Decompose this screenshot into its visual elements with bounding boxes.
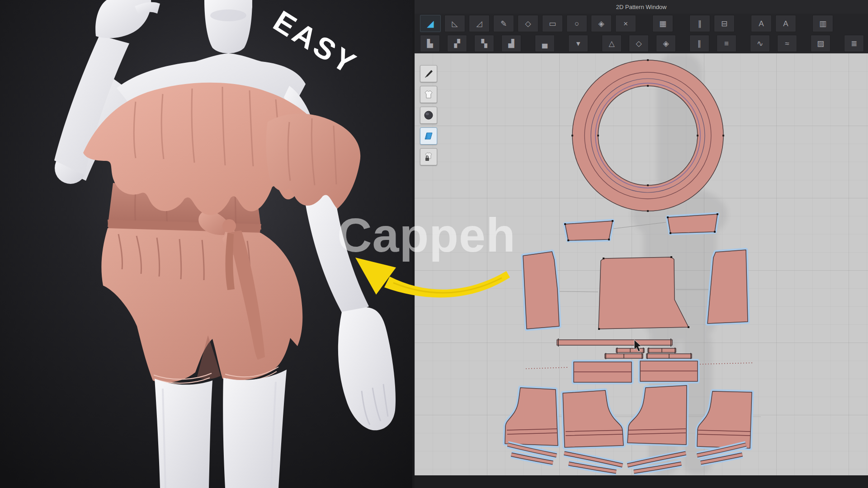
show-fabric-tool[interactable] [420, 127, 437, 145]
piece-neck-ruffle-ring[interactable] [571, 59, 724, 212]
segment-sewing-tool-icon: ▞ [454, 40, 460, 47]
pen-tool[interactable] [420, 65, 437, 82]
create-polygon-tool[interactable]: ◇ [518, 15, 538, 32]
clone-pattern-tool[interactable]: ▦ [652, 15, 673, 32]
edit-text-tool-icon: A [759, 20, 764, 28]
edit-sewing-tool-icon: ▙ [427, 40, 433, 47]
unfold-tool-icon: ∥ [698, 20, 702, 28]
dart-tool[interactable]: ◈ [591, 15, 612, 32]
text-tool[interactable]: A [775, 15, 796, 32]
create-polygon-tool-icon: ◇ [525, 20, 531, 28]
free-sewing-tool-icon: ▚ [481, 40, 487, 47]
grading-tool-icon: ▥ [819, 20, 826, 28]
piece-shorts-panel-1[interactable] [505, 388, 558, 446]
steam-iron-tool-icon: ▄ [542, 40, 547, 47]
create-circle-tool-icon: ○ [575, 20, 579, 28]
unfold-tool[interactable]: ∥ [689, 15, 710, 32]
side-toolbar [420, 65, 437, 169]
toolbar-row-1: ◢◺◿✎◇▭○◈×▦∥⊟AA▥ [415, 14, 868, 33]
pattern-canvas[interactable]: .glow{fill:none;stroke:#a7c8e9;stroke-wi… [415, 53, 868, 475]
attach-detach-tool-icon: ◈ [663, 40, 669, 47]
base-line-tool[interactable]: ≡ [717, 35, 736, 52]
show-mesh-tool[interactable] [420, 107, 437, 124]
fold-arrangement-tool-icon: ◇ [636, 40, 642, 47]
piece-waist-tie-belt[interactable] [557, 338, 672, 347]
m-n-sewing-tool-icon: ▟ [508, 40, 514, 47]
thumbnail-stage: EASY Cappeh 2D Pattern Window ◢◺◿✎◇▭○◈×▦… [0, 0, 868, 488]
fabric-texture-tool-icon: ▨ [817, 40, 824, 47]
fabric-texture-tool[interactable]: ▨ [811, 35, 830, 52]
pattern-pieces-layer: .glow{fill:none;stroke:#a7c8e9;stroke-wi… [415, 53, 868, 475]
seam-measure-tool-icon: ⊟ [721, 20, 727, 28]
tack-tool[interactable]: △ [602, 35, 622, 52]
edit-pattern-tool[interactable]: ◺ [444, 15, 465, 32]
watermark-text: Cappeh [337, 208, 516, 263]
segment-sewing-tool[interactable]: ▞ [447, 35, 467, 52]
edit-curvature-tool-icon: ◿ [476, 20, 482, 28]
pin-tool-icon: ▾ [576, 40, 580, 47]
window-titlebar[interactable]: 2D Pattern Window [415, 0, 868, 14]
internal-line-tool-icon: ∥ [698, 40, 702, 47]
tack-tool-icon: △ [609, 40, 614, 47]
piece-sleeve-cuff-left[interactable] [574, 362, 632, 382]
pen-icon [423, 68, 434, 79]
piece-bodice-side-left[interactable] [523, 252, 559, 329]
piece-shorts-panel-3[interactable] [627, 385, 687, 445]
lock-shirt-icon [423, 151, 434, 162]
steam-iron-tool[interactable]: ▄ [535, 35, 555, 52]
base-line-tool-icon: ≡ [724, 40, 729, 47]
attach-detach-tool[interactable]: ◈ [656, 35, 676, 52]
shirring-tool[interactable]: ≈ [777, 35, 797, 52]
grading-tool[interactable]: ▥ [812, 15, 833, 32]
piece-shorts-panel-2[interactable] [563, 390, 623, 447]
trace-tool[interactable]: × [615, 15, 636, 32]
elastic-tool-icon: ∿ [757, 40, 763, 47]
layer-clone-tool-icon: ≣ [851, 40, 857, 47]
lock-pattern-tool[interactable] [420, 148, 437, 165]
sphere-icon [423, 110, 434, 121]
elastic-tool[interactable]: ∿ [750, 35, 770, 52]
text-tool-icon: A [783, 20, 788, 28]
add-point-tool[interactable]: ✎ [493, 15, 514, 32]
piece-sleeve-cuff-right[interactable] [640, 361, 698, 381]
toolbar-row-2: ▙▞▚▟▄▾△◇◈∥≡∿≈▨≣ [415, 33, 868, 54]
window-title: 2D Pattern Window [616, 4, 667, 10]
piece-tie-strips[interactable] [605, 347, 692, 359]
edit-curvature-tool[interactable]: ◿ [469, 15, 490, 32]
dart-tool-icon: ◈ [598, 20, 604, 28]
fabric-icon [423, 131, 434, 141]
m-n-sewing-tool[interactable]: ▟ [501, 35, 521, 52]
shirt-icon [423, 89, 434, 100]
show-garment-tool[interactable] [420, 86, 437, 103]
edit-pattern-tool-icon: ◺ [452, 20, 458, 28]
piece-sleeve-band-right[interactable] [667, 213, 718, 234]
free-sewing-tool[interactable]: ▚ [474, 35, 494, 52]
add-point-tool-icon: ✎ [500, 20, 507, 28]
piece-sleeve-band-left[interactable] [564, 220, 613, 241]
clone-pattern-tool-icon: ▦ [659, 20, 666, 28]
transform-pattern-tool-icon: ◢ [427, 19, 434, 28]
create-circle-tool[interactable]: ○ [566, 15, 587, 32]
shirring-tool-icon: ≈ [785, 40, 789, 47]
fold-arrangement-tool[interactable]: ◇ [629, 35, 649, 52]
trace-tool-icon: × [623, 20, 628, 28]
layer-clone-tool[interactable]: ≣ [844, 35, 864, 52]
piece-bodice-side-right[interactable] [708, 250, 748, 324]
create-rectangle-tool[interactable]: ▭ [542, 15, 563, 32]
edit-sewing-tool[interactable]: ▙ [420, 35, 440, 52]
create-rectangle-tool-icon: ▭ [549, 20, 556, 28]
seam-measure-tool[interactable]: ⊟ [714, 15, 735, 32]
internal-line-tool[interactable]: ∥ [689, 35, 709, 52]
transform-pattern-tool[interactable]: ◢ [420, 15, 441, 32]
edit-text-tool[interactable]: A [751, 15, 772, 32]
pin-tool[interactable]: ▾ [568, 35, 588, 52]
window-bottom-bar [415, 475, 868, 488]
